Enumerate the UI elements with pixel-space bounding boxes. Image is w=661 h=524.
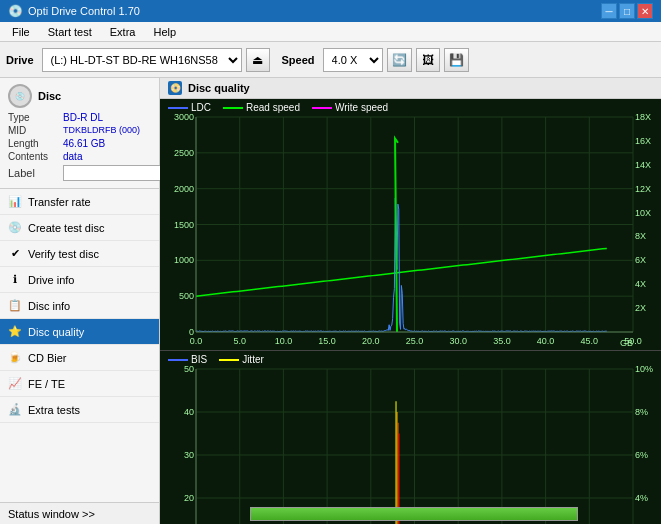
disc-length-label: Length bbox=[8, 138, 63, 149]
disc-contents-value: data bbox=[63, 151, 82, 162]
minimize-button[interactable]: ─ bbox=[601, 3, 617, 19]
bis-legend-label: BIS bbox=[191, 354, 207, 365]
disc-quality-icon: ⭐ bbox=[8, 325, 22, 339]
image-button[interactable]: 🖼 bbox=[416, 48, 440, 72]
title-bar-left: 💿 Opti Drive Control 1.70 bbox=[8, 4, 140, 18]
disc-header: 💿 Disc bbox=[8, 84, 151, 108]
disc-label-row: Label ⚙ bbox=[8, 164, 151, 182]
disc-contents-label: Contents bbox=[8, 151, 63, 162]
menu-file[interactable]: File bbox=[4, 24, 38, 40]
title-bar-controls: ─ □ ✕ bbox=[601, 3, 653, 19]
close-button[interactable]: ✕ bbox=[637, 3, 653, 19]
disc-type-row: Type BD-R DL bbox=[8, 112, 151, 123]
chart1-canvas bbox=[160, 99, 661, 350]
speed-select[interactable]: 4.0 X 1.0 X 2.0 X 8.0 X bbox=[323, 48, 383, 72]
jitter-legend-label: Jitter bbox=[242, 354, 264, 365]
sidebar-menu: 📊 Transfer rate 💿 Create test disc ✔ Ver… bbox=[0, 189, 159, 502]
disc-length-value: 46.61 GB bbox=[63, 138, 105, 149]
main-layout: 💿 Disc Type BD-R DL MID TDKBLDRFB (000) … bbox=[0, 78, 661, 502]
disc-quality-header-icon: 📀 bbox=[168, 81, 182, 95]
drive-select[interactable]: (L:) HL-DT-ST BD-RE WH16NS58 TST4 bbox=[42, 48, 242, 72]
cd-bier-icon: 🍺 bbox=[8, 351, 22, 365]
progress-bar-fill bbox=[251, 508, 577, 520]
fe-te-icon: 📈 bbox=[8, 377, 22, 391]
extra-tests-icon: 🔬 bbox=[8, 403, 22, 417]
legend-write-speed: Write speed bbox=[312, 102, 388, 113]
sidebar-item-extra-tests-label: Extra tests bbox=[28, 404, 80, 416]
sidebar-item-disc-info-label: Disc info bbox=[28, 300, 70, 312]
sidebar-item-fe-te[interactable]: 📈 FE / TE bbox=[0, 371, 159, 397]
sidebar-item-verify-test-disc-label: Verify test disc bbox=[28, 248, 99, 260]
disc-mid-row: MID TDKBLDRFB (000) bbox=[8, 125, 151, 136]
disc-type-value: BD-R DL bbox=[63, 112, 103, 123]
sidebar-item-create-test-disc[interactable]: 💿 Create test disc bbox=[0, 215, 159, 241]
disc-mid-value: TDKBLDRFB (000) bbox=[63, 125, 140, 136]
drive-info-icon: ℹ bbox=[8, 273, 22, 287]
sidebar-item-disc-info[interactable]: 📋 Disc info bbox=[0, 293, 159, 319]
refresh-button[interactable]: 🔄 bbox=[387, 48, 412, 72]
sidebar-item-cd-bier-label: CD Bier bbox=[28, 352, 67, 364]
disc-type-label: Type bbox=[8, 112, 63, 123]
right-panel: 📀 Disc quality LDC Read speed bbox=[160, 78, 661, 502]
app-title: Opti Drive Control 1.70 bbox=[28, 5, 140, 17]
chart2-legend: BIS Jitter bbox=[168, 354, 264, 365]
disc-info-section: 💿 Disc Type BD-R DL MID TDKBLDRFB (000) … bbox=[0, 78, 159, 189]
disc-info-icon: 📋 bbox=[8, 299, 22, 313]
menu-bar: File Start test Extra Help bbox=[0, 22, 661, 42]
menu-help[interactable]: Help bbox=[145, 24, 184, 40]
chart2-container: BIS Jitter bbox=[160, 351, 661, 524]
bis-legend-color bbox=[168, 359, 188, 361]
menu-start-test[interactable]: Start test bbox=[40, 24, 100, 40]
status-window-button[interactable]: Status window >> bbox=[0, 503, 160, 524]
save-button[interactable]: 💾 bbox=[444, 48, 469, 72]
sidebar-item-disc-quality-label: Disc quality bbox=[28, 326, 84, 338]
sidebar-item-cd-bier[interactable]: 🍺 CD Bier bbox=[0, 345, 159, 371]
drive-label: Drive bbox=[6, 54, 34, 66]
disc-icon: 💿 bbox=[8, 84, 32, 108]
disc-quality-header: 📀 Disc quality bbox=[160, 78, 661, 99]
jitter-legend-color bbox=[219, 359, 239, 361]
read-speed-legend-label: Read speed bbox=[246, 102, 300, 113]
menu-extra[interactable]: Extra bbox=[102, 24, 144, 40]
write-speed-legend-color bbox=[312, 107, 332, 109]
create-test-disc-icon: 💿 bbox=[8, 221, 22, 235]
disc-quality-title: Disc quality bbox=[188, 82, 250, 94]
legend-jitter: Jitter bbox=[219, 354, 264, 365]
write-speed-legend-label: Write speed bbox=[335, 102, 388, 113]
speed-label: Speed bbox=[282, 54, 315, 66]
ldc-legend-label: LDC bbox=[191, 102, 211, 113]
maximize-button[interactable]: □ bbox=[619, 3, 635, 19]
charts-area: LDC Read speed Write speed bbox=[160, 99, 661, 524]
ldc-legend-color bbox=[168, 107, 188, 109]
sidebar-item-transfer-rate[interactable]: 📊 Transfer rate bbox=[0, 189, 159, 215]
title-bar: 💿 Opti Drive Control 1.70 ─ □ ✕ bbox=[0, 0, 661, 22]
eject-button[interactable]: ⏏ bbox=[246, 48, 270, 72]
progress-bar-container bbox=[250, 507, 578, 521]
disc-label-label: Label bbox=[8, 167, 63, 179]
sidebar-item-transfer-rate-label: Transfer rate bbox=[28, 196, 91, 208]
disc-contents-row: Contents data bbox=[8, 151, 151, 162]
legend-ldc: LDC bbox=[168, 102, 211, 113]
transfer-rate-icon: 📊 bbox=[8, 195, 22, 209]
read-speed-legend-color bbox=[223, 107, 243, 109]
sidebar-item-verify-test-disc[interactable]: ✔ Verify test disc bbox=[0, 241, 159, 267]
sidebar-item-extra-tests[interactable]: 🔬 Extra tests bbox=[0, 397, 159, 423]
toolbar: Drive (L:) HL-DT-ST BD-RE WH16NS58 TST4 … bbox=[0, 42, 661, 78]
disc-section-title: Disc bbox=[38, 90, 61, 102]
sidebar-item-drive-info-label: Drive info bbox=[28, 274, 74, 286]
verify-test-disc-icon: ✔ bbox=[8, 247, 22, 261]
legend-bis: BIS bbox=[168, 354, 207, 365]
left-panel: 💿 Disc Type BD-R DL MID TDKBLDRFB (000) … bbox=[0, 78, 160, 502]
chart1-legend: LDC Read speed Write speed bbox=[168, 102, 388, 113]
legend-read-speed: Read speed bbox=[223, 102, 300, 113]
sidebar-item-disc-quality[interactable]: ⭐ Disc quality bbox=[0, 319, 159, 345]
chart1-container: LDC Read speed Write speed bbox=[160, 99, 661, 351]
chart2-canvas bbox=[160, 351, 661, 524]
sidebar-item-create-test-disc-label: Create test disc bbox=[28, 222, 104, 234]
sidebar-item-drive-info[interactable]: ℹ Drive info bbox=[0, 267, 159, 293]
status-window-label: Status window >> bbox=[8, 508, 95, 520]
disc-mid-label: MID bbox=[8, 125, 63, 136]
disc-length-row: Length 46.61 GB bbox=[8, 138, 151, 149]
sidebar-item-fe-te-label: FE / TE bbox=[28, 378, 65, 390]
